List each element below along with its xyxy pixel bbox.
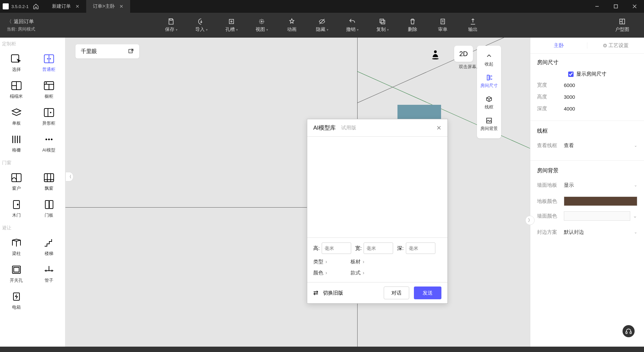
- avatar-viewpoint-icon[interactable]: [431, 50, 439, 60]
- svg-rect-60: [630, 332, 631, 334]
- save-button[interactable]: 保存▾: [156, 18, 186, 33]
- filter-style[interactable]: 款式 ›: [351, 270, 364, 276]
- support-icon[interactable]: [623, 325, 635, 337]
- back-button[interactable]: 〈 返回订单: [7, 18, 35, 25]
- tool-wood-door[interactable]: 木门: [0, 195, 33, 222]
- tool-stair[interactable]: 楼梯: [33, 233, 65, 260]
- kitchen-icon: [43, 81, 55, 91]
- undo-button[interactable]: 撤销▾: [337, 18, 367, 33]
- wallfloor-select[interactable]: 显示⌄: [564, 179, 637, 191]
- edge-select[interactable]: 默认封边⌄: [564, 226, 637, 238]
- tool-door-panel[interactable]: 门板: [33, 195, 65, 222]
- svg-rect-45: [45, 201, 49, 209]
- chevron-down-icon: ⌄: [634, 143, 637, 148]
- tool-tatami[interactable]: 榻榻米: [0, 76, 33, 103]
- bay-window-icon: [43, 173, 55, 183]
- floor-color-swatch[interactable]: [564, 196, 637, 206]
- import-button[interactable]: 导入▾: [186, 18, 216, 33]
- chevron-down-icon: ⌄: [633, 213, 637, 219]
- minimize-button[interactable]: [588, 0, 606, 13]
- dialog-header: AI模型库 试用版 ✕: [307, 119, 447, 137]
- tab-order-room[interactable]: 订单>主卧 ✕: [86, 0, 130, 13]
- animation-button[interactable]: 动画: [277, 18, 307, 33]
- back-label: 返回订单: [14, 18, 34, 25]
- hide-button[interactable]: 隐藏▾: [307, 18, 337, 33]
- room-width-value[interactable]: 6000: [564, 82, 575, 88]
- filter-board[interactable]: 板材 ›: [351, 259, 364, 265]
- tool-grid[interactable]: 格栅: [0, 130, 33, 157]
- canvas-viewport[interactable]: 千里眼 〈 〉 2D 双击屏幕, 快捷键Esc 收起 房间尺寸 线框 房间背景 …: [65, 38, 530, 347]
- dialog-button[interactable]: 对话: [384, 287, 409, 299]
- send-button[interactable]: 发送: [414, 287, 441, 299]
- tool-ai-model[interactable]: AI模型: [33, 130, 65, 157]
- toggle-collapse[interactable]: 收起: [477, 49, 501, 71]
- switch-version-button[interactable]: 切换旧版: [323, 290, 343, 296]
- toggle-room-bg[interactable]: 房间背景: [477, 114, 501, 135]
- maximize-button[interactable]: [606, 0, 625, 13]
- pipe-icon: [43, 265, 55, 275]
- collapse-left-handle[interactable]: 〈: [65, 172, 73, 181]
- room-depth-value[interactable]: 4000: [564, 106, 575, 112]
- svg-point-7: [260, 19, 264, 24]
- tool-switch-hole[interactable]: 开关孔: [0, 260, 33, 287]
- view-button[interactable]: 视图▾: [247, 18, 277, 33]
- delete-button[interactable]: 删除: [397, 18, 428, 33]
- show-room-size-checkbox[interactable]: [568, 72, 574, 77]
- tool-bay-window[interactable]: 飘窗: [33, 168, 65, 195]
- floorplan-button[interactable]: 户型图: [607, 18, 637, 33]
- tool-kitchen-cabinet[interactable]: 橱柜: [33, 76, 65, 103]
- tab-new-order[interactable]: 新建订单 ✕: [45, 0, 86, 13]
- tool-single-board[interactable]: 单板: [0, 103, 33, 130]
- chevron-down-icon: ▾: [206, 28, 208, 32]
- collapse-right-handle[interactable]: 〉: [525, 216, 535, 225]
- tool-special-cabinet[interactable]: 异形柜: [33, 103, 65, 130]
- svg-point-37: [51, 139, 52, 140]
- tool-beam[interactable]: 梁柱: [0, 233, 33, 260]
- slot-button[interactable]: 孔槽▾: [216, 18, 247, 33]
- toggle-wireframe[interactable]: 线框: [477, 92, 501, 114]
- width-input[interactable]: [364, 243, 393, 254]
- close-icon[interactable]: ✕: [119, 4, 123, 9]
- section-door: 门窗: [0, 157, 65, 168]
- copy-button[interactable]: 复制▾: [367, 18, 397, 33]
- section-wireframe: 线框: [537, 128, 637, 135]
- svg-point-27: [46, 83, 47, 83]
- svg-rect-12: [441, 19, 445, 24]
- tool-ebox[interactable]: 电箱: [0, 287, 33, 314]
- close-button[interactable]: [625, 0, 644, 13]
- chevron-down-icon: ▾: [327, 28, 328, 32]
- tool-pipe[interactable]: 管子: [33, 260, 65, 287]
- door-panel-icon: [43, 200, 55, 210]
- swap-icon: ⇄: [313, 289, 318, 297]
- tool-window[interactable]: 窗户: [0, 168, 33, 195]
- wall-color-swatch[interactable]: [564, 211, 630, 221]
- svg-point-56: [432, 58, 439, 59]
- mode-2d-button[interactable]: 2D: [454, 46, 473, 62]
- home-icon[interactable]: [32, 2, 40, 10]
- filter-type[interactable]: 类型 ›: [313, 259, 327, 265]
- layers-icon: [10, 107, 22, 118]
- svg-rect-58: [487, 118, 492, 123]
- close-icon[interactable]: ✕: [75, 4, 79, 9]
- left-panel: 定制柜 选择 普通柜 榻榻米 橱柜 单板 异形柜 格栅: [0, 38, 65, 347]
- close-icon[interactable]: ✕: [436, 124, 441, 132]
- right-panel: 主卧 ⚙ 工艺设置 房间尺寸 显示房间尺寸 宽度6000 高度3000 深度40…: [530, 38, 644, 347]
- tatami-icon: [10, 81, 22, 91]
- room-height-value[interactable]: 3000: [564, 94, 575, 100]
- review-button[interactable]: 审单: [428, 18, 458, 33]
- tool-select[interactable]: 选择: [0, 49, 33, 76]
- window-controls: [588, 0, 644, 13]
- eagle-eye-button[interactable]: 千里眼: [75, 44, 139, 58]
- filter-color[interactable]: 颜色 ›: [313, 270, 327, 276]
- wireframe-select[interactable]: 查看⌄: [564, 139, 637, 151]
- tab-room[interactable]: 主卧: [530, 38, 587, 53]
- tool-normal-cabinet[interactable]: 普通柜: [33, 49, 65, 76]
- width-label: 宽:: [355, 245, 362, 252]
- tab-craft[interactable]: ⚙ 工艺设置: [587, 38, 644, 53]
- depth-input[interactable]: [406, 243, 435, 254]
- export-button[interactable]: 输出: [458, 18, 488, 33]
- height-input[interactable]: [322, 243, 351, 254]
- chevron-left-icon: 〈: [7, 18, 12, 25]
- svg-rect-10: [380, 19, 384, 23]
- toggle-room-size[interactable]: 房间尺寸: [477, 71, 501, 92]
